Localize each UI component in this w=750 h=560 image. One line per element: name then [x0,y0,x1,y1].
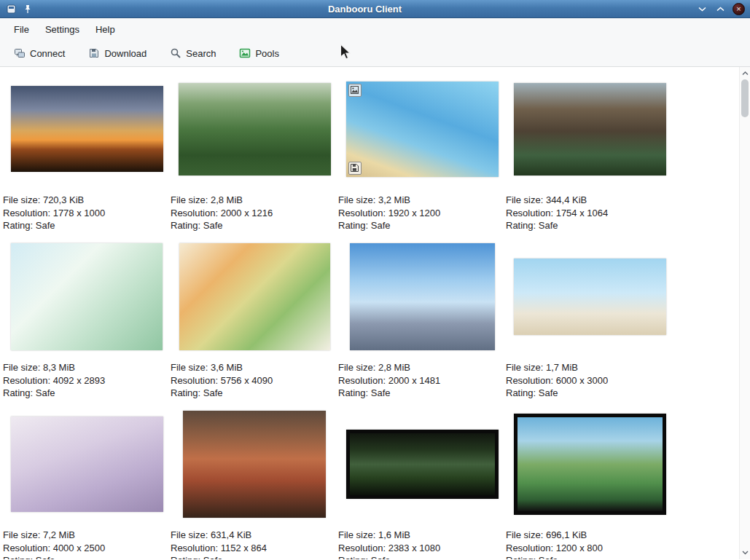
resolution-line: Resolution: 2000 x 1481 [338,374,506,387]
post-card[interactable]: File size: 2,8 MiB Resolution: 2000 x 12… [171,74,338,242]
chevron-up-icon[interactable] [714,3,726,15]
file-size-label: File size: [506,194,546,205]
pin-icon[interactable] [22,3,34,15]
close-icon[interactable]: × [733,3,745,15]
menu-help[interactable]: Help [87,21,123,38]
resolution-label: Resolution: [3,208,53,218]
resolution-value: 4092 x 2893 [53,375,106,386]
post-thumbnail[interactable] [11,86,163,172]
rating-value: Safe [203,387,223,398]
rating-line: Rating: Safe [3,554,171,559]
resolution-value: 1754 x 1064 [556,208,609,218]
post-thumbnail[interactable] [11,243,163,350]
file-size-label: File size: [3,194,43,205]
post-thumbnail[interactable] [514,259,666,335]
thumbnail-box [506,242,673,351]
rating-value: Safe [36,387,55,398]
thumbnail-box [171,74,338,184]
post-thumbnail[interactable] [514,414,666,515]
rating-line: Rating: Safe [338,219,506,232]
rating-value: Safe [36,555,55,559]
resolution-label: Resolution: [171,543,221,553]
rating-line: Rating: Safe [171,387,338,400]
post-metadata: File size: 2,8 MiB Resolution: 2000 x 14… [338,361,506,400]
titlebar[interactable]: Danbooru Client × [0,0,750,18]
file-size-line: File size: 3,2 MiB [338,194,506,207]
post-card[interactable]: File size: 1,7 MiB Resolution: 6000 x 30… [506,242,673,409]
post-thumbnail[interactable] [179,83,331,176]
rating-value: Safe [539,555,558,559]
rating-label: Rating: [506,387,539,398]
resolution-line: Resolution: 1754 x 1064 [506,207,673,220]
post-thumbnail[interactable] [179,243,330,350]
file-size-line: File size: 1,7 MiB [506,361,673,374]
post-card[interactable]: File size: 631,4 KiB Resolution: 1152 x … [171,409,338,559]
post-thumbnail[interactable] [346,430,499,499]
post-card[interactable]: File size: 7,2 MiB Resolution: 4000 x 25… [3,409,171,559]
file-size-value: 720,3 KiB [43,194,84,205]
rating-value: Safe [203,555,223,559]
menu-file[interactable]: File [6,21,37,38]
post-metadata: File size: 696,1 KiB Resolution: 1200 x … [506,529,673,559]
rating-value: Safe [539,220,558,231]
resolution-line: Resolution: 4000 x 2500 [3,542,171,555]
file-size-value: 3,6 MiB [211,362,243,373]
scroll-up-arrow[interactable] [740,68,750,79]
resolution-label: Resolution: [338,543,388,553]
connect-icon [14,47,26,59]
menu-settings[interactable]: Settings [37,21,87,38]
search-button[interactable]: Search [163,44,222,63]
resolution-line: Resolution: 1920 x 1200 [338,207,506,220]
pools-button[interactable]: Pools [233,44,286,63]
post-card[interactable]: File size: 720,3 KiB Resolution: 1778 x … [3,74,171,242]
thumbnail-box [506,409,673,518]
rating-line: Rating: Safe [3,219,171,232]
post-thumbnail[interactable] [346,82,499,177]
scrollbar-thumb[interactable] [741,79,749,117]
thumbnail-box [171,409,338,518]
scroll-down-arrow[interactable] [740,548,750,558]
pools-label: Pools [255,48,279,59]
file-size-label: File size: [338,529,378,540]
search-label: Search [186,48,216,59]
connect-button[interactable]: Connect [7,44,71,63]
post-thumbnail[interactable] [350,243,495,350]
file-size-value: 1,7 MiB [546,362,578,373]
post-card[interactable]: File size: 3,2 MiB Resolution: 1920 x 12… [338,74,506,242]
post-thumbnail[interactable] [514,83,666,176]
post-card[interactable]: File size: 3,6 MiB Resolution: 5756 x 40… [171,242,338,409]
resolution-line: Resolution: 1152 x 864 [171,542,338,555]
download-button[interactable]: Download [82,44,153,63]
rating-label: Rating: [338,387,371,398]
chevron-down-icon[interactable] [696,3,708,15]
rating-line: Rating: Safe [171,554,338,559]
post-card[interactable]: File size: 2,8 MiB Resolution: 2000 x 14… [338,242,506,409]
danbooru-client-window: Danbooru Client × File Settings Help Con… [0,0,750,560]
file-size-value: 696,1 KiB [546,529,587,540]
resolution-line: Resolution: 1200 x 800 [506,542,673,555]
thumbnail-box [506,74,673,184]
post-thumbnail[interactable] [11,417,163,512]
post-card[interactable]: File size: 1,6 MiB Resolution: 2383 x 10… [338,409,506,559]
file-size-value: 3,2 MiB [378,194,410,205]
post-card[interactable]: File size: 696,1 KiB Resolution: 1200 x … [506,409,673,559]
resolution-value: 1152 x 864 [221,543,267,553]
rating-label: Rating: [171,387,203,398]
file-size-value: 2,8 MiB [211,194,243,205]
resolution-line: Resolution: 6000 x 3000 [506,374,673,387]
file-size-label: File size: [171,529,211,540]
vertical-scrollbar[interactable] [739,67,750,559]
file-size-line: File size: 2,8 MiB [338,361,506,374]
resolution-value: 2000 x 1481 [388,375,441,386]
app-icon[interactable] [5,3,17,15]
file-size-line: File size: 631,4 KiB [171,529,338,542]
rating-line: Rating: Safe [3,387,171,400]
file-size-value: 344,4 KiB [546,194,587,205]
post-thumbnail[interactable] [183,411,326,518]
file-size-line: File size: 7,2 MiB [3,529,171,542]
post-card[interactable]: File size: 8,3 MiB Resolution: 4092 x 28… [3,242,171,409]
file-size-label: File size: [3,362,43,373]
file-size-label: File size: [171,194,211,205]
window-title: Danbooru Client [34,4,696,15]
post-card[interactable]: File size: 344,4 KiB Resolution: 1754 x … [506,74,673,242]
